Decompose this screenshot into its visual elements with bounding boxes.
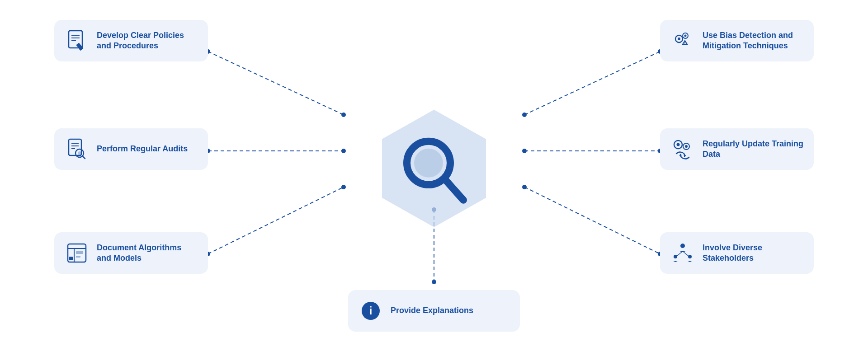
- svg-point-58: [674, 255, 677, 258]
- svg-point-24: [414, 149, 443, 178]
- card-top-right-text: Use Bias Detection and Mitigation Techni…: [703, 30, 804, 52]
- card-mid-right-text: Regularly Update Training Data: [703, 139, 804, 160]
- diagram-container: Develop Clear Policies and Procedures Pe…: [27, 11, 841, 336]
- svg-point-8: [341, 149, 346, 153]
- gear-warning-icon: [670, 28, 695, 53]
- card-bot-right-text: Involve Diverse Stakeholders: [703, 243, 804, 264]
- card-bottom: i Provide Explanations: [348, 290, 520, 332]
- svg-rect-43: [69, 257, 73, 260]
- svg-line-0: [208, 52, 344, 115]
- people-network-icon: [670, 240, 695, 266]
- svg-point-11: [522, 149, 527, 153]
- card-bottom-text: Provide Explanations: [391, 305, 473, 316]
- gear-refresh-icon: [670, 136, 695, 162]
- svg-point-20: [432, 280, 436, 284]
- dashboard-icon: [64, 240, 90, 266]
- svg-point-7: [341, 113, 346, 117]
- card-mid-left: Perform Regular Audits: [54, 128, 208, 170]
- svg-rect-41: [76, 251, 83, 254]
- svg-line-36: [82, 156, 85, 159]
- svg-line-5: [524, 187, 660, 254]
- svg-line-2: [208, 187, 344, 254]
- card-top-left-text: Develop Clear Policies and Procedures: [97, 30, 198, 52]
- card-top-left: Develop Clear Policies and Procedures: [54, 20, 208, 61]
- document-pencil-icon: [64, 28, 90, 53]
- svg-point-59: [688, 255, 692, 258]
- svg-point-57: [680, 244, 685, 248]
- card-top-right: Use Bias Detection and Mitigation Techni…: [660, 20, 814, 61]
- svg-text:i: i: [369, 305, 373, 317]
- document-search-icon: [64, 136, 90, 162]
- svg-line-3: [524, 52, 660, 115]
- svg-point-52: [677, 143, 680, 146]
- svg-point-45: [678, 38, 680, 40]
- hexagon-svg: [371, 105, 497, 232]
- card-bot-left: Document Algorithms and Models: [54, 232, 208, 274]
- svg-point-12: [522, 185, 527, 189]
- svg-point-9: [341, 185, 346, 189]
- center-hexagon: [371, 105, 497, 232]
- card-mid-right: Regularly Update Training Data: [660, 128, 814, 170]
- svg-point-10: [522, 113, 527, 117]
- svg-point-50: [684, 43, 685, 44]
- svg-point-54: [685, 145, 688, 148]
- card-bot-right: Involve Diverse Stakeholders: [660, 232, 814, 274]
- svg-rect-42: [76, 256, 80, 258]
- card-mid-left-text: Perform Regular Audits: [97, 144, 188, 154]
- card-bot-left-text: Document Algorithms and Models: [97, 243, 198, 264]
- svg-point-47: [684, 35, 687, 37]
- info-circle-icon: i: [358, 298, 383, 324]
- svg-point-37: [78, 151, 81, 155]
